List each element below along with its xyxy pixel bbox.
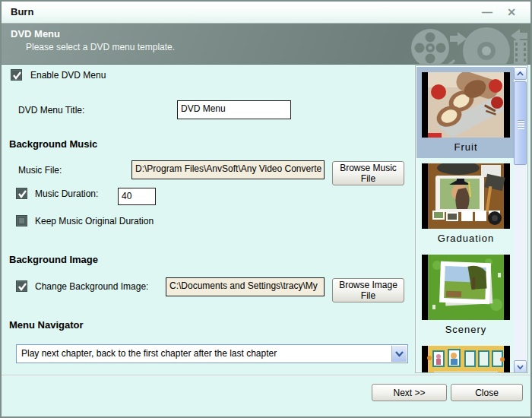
change-background-image-checkbox[interactable] [16,280,27,292]
template-list: Fruit [416,67,515,373]
template-item-fruit[interactable]: Fruit [416,67,515,158]
film-strip-icon [514,40,527,64]
header-title: DVD Menu [11,28,60,40]
header-artwork [407,24,529,64]
template-item-partial[interactable] [416,340,515,373]
next-button[interactable]: Next >> [372,384,447,401]
music-duration-checkbox[interactable] [16,188,27,199]
background-image-section-title: Background Image [9,254,98,265]
enable-dvd-menu-label: Enable DVD Menu [30,70,106,81]
music-duration-input[interactable]: 40 [118,188,156,205]
partial-thumbnail[interactable] [422,346,510,373]
music-file-input[interactable]: D:\Program Files\AnvSoft\Any Video Conve… [131,160,325,179]
music-duration-label: Music Duration: [35,188,98,199]
scrollbar-grip [518,120,524,129]
template-label: Graduation [416,233,515,244]
checkmark-icon [12,71,22,81]
header-subtitle: Please select a DVD menu template. [26,42,175,52]
dvd-menu-title-label: DVD Menu Title: [18,105,84,116]
dvd-menu-title-input[interactable]: DVD Menu [177,100,291,119]
template-list-panel: Fruit [415,65,528,373]
graduation-thumbnail[interactable] [422,163,510,229]
menu-navigator-dropdown[interactable]: Play next chapter, back to the first cha… [16,344,408,363]
keep-original-duration-label: Keep Music Original Duration [35,216,154,226]
menu-navigator-section-title: Menu Navigator [9,319,84,331]
close-icon[interactable]: ✕ [503,5,520,20]
checkmark-icon [17,189,27,199]
footer-separator [2,375,530,376]
music-file-label: Music File: [18,165,62,176]
template-item-graduation[interactable]: Graduation [416,158,515,249]
enable-dvd-menu-checkbox[interactable] [11,69,22,81]
header-band: DVD Menu Please select a DVD menu templa… [2,23,530,65]
window-title: Burn [11,6,33,17]
browse-image-file-button[interactable]: Browse Image File [332,278,404,302]
scroll-down-button[interactable] [514,360,527,373]
scroll-up-button[interactable] [514,67,527,80]
film-reel-icon [411,29,454,64]
minimize-icon[interactable]: — [479,5,496,20]
disc-icon [463,27,510,64]
chevron-down-icon [517,365,524,369]
keep-original-duration-checkbox[interactable] [16,215,27,226]
dropdown-button[interactable] [391,346,407,362]
template-label: Fruit [416,141,515,153]
scenery-thumbnail[interactable] [422,255,510,320]
template-scrollbar[interactable] [514,67,527,373]
template-item-scenery[interactable]: Scenery [416,249,515,340]
chevron-down-icon [395,351,404,357]
browse-music-file-button[interactable]: Browse Music File [332,161,404,185]
template-label: Scenery [416,324,515,335]
background-music-section-title: Background Music [9,138,97,150]
scrollbar-thumb[interactable] [514,81,527,165]
burn-dialog: Burn — ✕ DVD Menu Please select a DVD me… [0,0,532,418]
fruit-thumbnail[interactable] [422,72,510,138]
close-button[interactable]: Close [451,384,523,401]
menu-navigator-selected-option: Play next chapter, back to the first cha… [21,348,277,359]
change-background-image-label: Change Background Image: [35,281,148,292]
titlebar: Burn — ✕ [2,2,530,23]
chevron-up-icon [517,71,524,76]
checkmark-icon [17,282,27,292]
background-image-input[interactable]: C:\Documents and Settings\tracy\My [166,277,325,296]
